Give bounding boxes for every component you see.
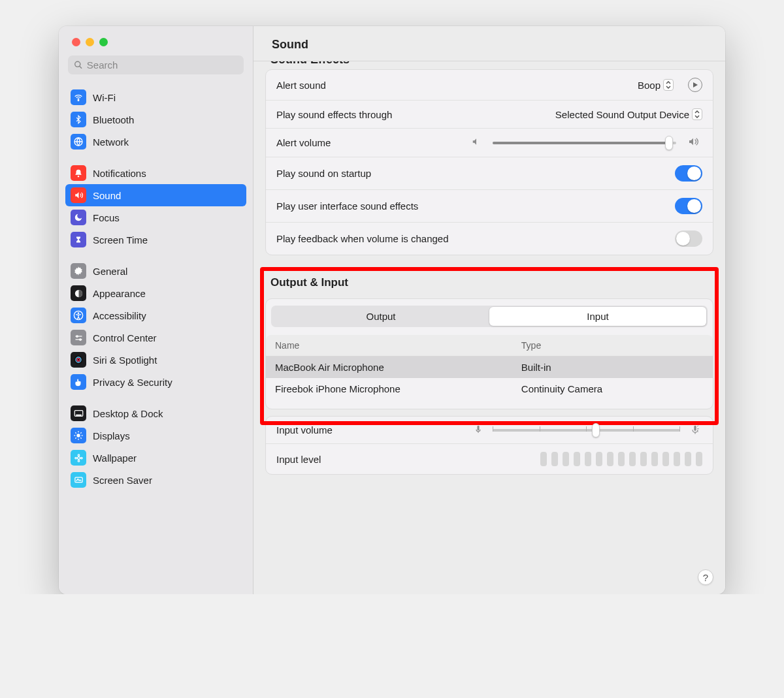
page-title: Sound xyxy=(253,26,725,61)
control-icon xyxy=(71,330,86,345)
svg-point-28 xyxy=(78,454,80,456)
play-through-label: Play sound effects through xyxy=(276,109,547,120)
sidebar-item-control-center[interactable]: Control Center xyxy=(65,326,246,349)
search-field[interactable] xyxy=(68,56,244,74)
sidebar-item-label: Bluetooth xyxy=(93,114,134,125)
globe-icon xyxy=(71,134,86,150)
sidebar-item-label: Wi-Fi xyxy=(93,92,116,103)
accessibility-icon xyxy=(71,308,86,323)
sidebar-item-screen-time[interactable]: Screen Time xyxy=(65,229,246,251)
moon-icon xyxy=(71,210,86,225)
input-controls-card: Input volume Input level xyxy=(265,416,713,475)
row-play-through: Play sound effects through Selected Soun… xyxy=(266,101,713,129)
sidebar-item-screen-saver[interactable]: Screen Saver xyxy=(65,469,246,491)
close-button[interactable] xyxy=(72,38,80,46)
table-row[interactable]: MacBook Air MicrophoneBuilt-in xyxy=(266,357,713,378)
play-through-value: Selected Sound Output Device xyxy=(555,109,689,120)
sidebar-item-bluetooth[interactable]: Bluetooth xyxy=(65,108,246,131)
sidebar-item-siri-spotlight[interactable]: Siri & Spotlight xyxy=(65,349,246,371)
output-input-title: Output & Input xyxy=(265,272,713,296)
svg-line-25 xyxy=(75,437,76,438)
svg-line-1 xyxy=(80,66,82,68)
device-name: Fireebok iPhone Microphone xyxy=(275,383,521,394)
svg-point-8 xyxy=(78,312,80,314)
output-input-section: Output & Input Output Input Name Type Ma… xyxy=(265,272,713,475)
svg-point-31 xyxy=(80,457,82,459)
row-feedback: Play feedback when volume is changed xyxy=(266,223,713,255)
mic-high-icon xyxy=(688,425,702,436)
row-input-volume: Input volume xyxy=(266,417,713,444)
tab-output[interactable]: Output xyxy=(272,307,489,326)
svg-rect-34 xyxy=(694,425,696,430)
level-segment xyxy=(651,452,658,466)
siri-icon xyxy=(71,352,86,368)
alert-sound-popup[interactable]: Boop xyxy=(638,79,674,91)
feedback-switch[interactable] xyxy=(675,230,702,247)
svg-line-26 xyxy=(80,432,81,433)
level-segment xyxy=(563,452,569,466)
tab-input[interactable]: Input xyxy=(489,307,706,326)
row-input-level: Input level xyxy=(266,444,713,474)
sidebar-item-displays[interactable]: Displays xyxy=(65,424,246,447)
gear-icon xyxy=(71,263,86,279)
sidebar-item-notifications[interactable]: Notifications xyxy=(65,162,246,184)
minimize-button[interactable] xyxy=(86,38,94,46)
device-name: MacBook Air Microphone xyxy=(275,362,521,373)
row-ui-sounds: Play user interface sound effects xyxy=(266,190,713,223)
search-input[interactable] xyxy=(87,59,238,71)
alert-volume-slider[interactable] xyxy=(493,142,676,144)
level-segment xyxy=(540,452,547,466)
sidebar-item-general[interactable]: General xyxy=(65,260,246,282)
svg-rect-33 xyxy=(478,426,480,431)
startup-sound-switch[interactable] xyxy=(675,165,702,182)
table-row[interactable]: Fireebok iPhone MicrophoneContinuity Cam… xyxy=(266,378,713,400)
input-volume-slider[interactable] xyxy=(493,429,680,432)
sidebar-item-privacy-security[interactable]: Privacy & Security xyxy=(65,371,246,393)
help-button[interactable]: ? xyxy=(698,569,713,585)
chevron-updown-icon xyxy=(663,79,674,91)
input-level-meter xyxy=(540,452,702,466)
speaker-high-icon xyxy=(684,136,702,149)
main-content: Sound Sound Effects Alert sound Boop xyxy=(253,26,725,594)
sidebar-nav: Wi-FiBluetoothNetworkNotificationsSoundF… xyxy=(59,82,253,594)
level-segment xyxy=(662,452,669,466)
bell-icon xyxy=(71,165,86,181)
output-input-tabs: Output Input xyxy=(271,306,708,327)
sidebar-item-appearance[interactable]: Appearance xyxy=(65,282,246,304)
device-type: Continuity Camera xyxy=(521,383,704,394)
maximize-button[interactable] xyxy=(99,38,108,46)
speaker-icon xyxy=(71,187,86,203)
level-segment xyxy=(685,452,691,466)
svg-point-2 xyxy=(78,100,79,101)
play-through-popup[interactable]: Selected Sound Output Device xyxy=(555,108,702,120)
sidebar-item-focus[interactable]: Focus xyxy=(65,206,246,229)
svg-point-0 xyxy=(75,61,80,67)
level-segment xyxy=(696,452,702,466)
sidebar-item-sound[interactable]: Sound xyxy=(65,184,246,206)
play-alert-button[interactable] xyxy=(688,78,702,92)
search-icon xyxy=(74,60,83,70)
row-alert-volume: Alert volume xyxy=(266,129,713,157)
startup-label: Play sound on startup xyxy=(276,168,667,179)
sidebar-item-label: General xyxy=(93,266,127,277)
sound-effects-card: Alert sound Boop Play sound effects thro… xyxy=(265,69,713,255)
mic-low-icon xyxy=(472,425,485,435)
ui-sounds-switch[interactable] xyxy=(675,198,702,214)
sidebar-item-desktop-dock[interactable]: Desktop & Dock xyxy=(65,402,246,424)
sidebar-item-wi-fi[interactable]: Wi-Fi xyxy=(65,86,246,108)
sidebar-item-accessibility[interactable]: Accessibility xyxy=(65,304,246,326)
content-scroll[interactable]: Sound Effects Alert sound Boop Pl xyxy=(253,61,725,594)
sidebar-item-label: Privacy & Security xyxy=(93,377,172,388)
sidebar-item-label: Control Center xyxy=(93,332,157,343)
level-segment xyxy=(574,452,580,466)
sidebar-item-network[interactable]: Network xyxy=(65,131,246,153)
output-input-card: Output Input Name Type MacBook Air Micro… xyxy=(265,298,713,409)
svg-point-18 xyxy=(76,434,80,437)
sidebar-item-label: Notifications xyxy=(93,168,146,179)
sidebar-item-wallpaper[interactable]: Wallpaper xyxy=(65,447,246,469)
wallpaper-icon xyxy=(71,450,86,466)
sidebar: Wi-FiBluetoothNetworkNotificationsSoundF… xyxy=(59,26,253,594)
svg-point-29 xyxy=(78,460,80,462)
screensaver-icon xyxy=(71,472,86,488)
play-icon xyxy=(693,82,698,88)
